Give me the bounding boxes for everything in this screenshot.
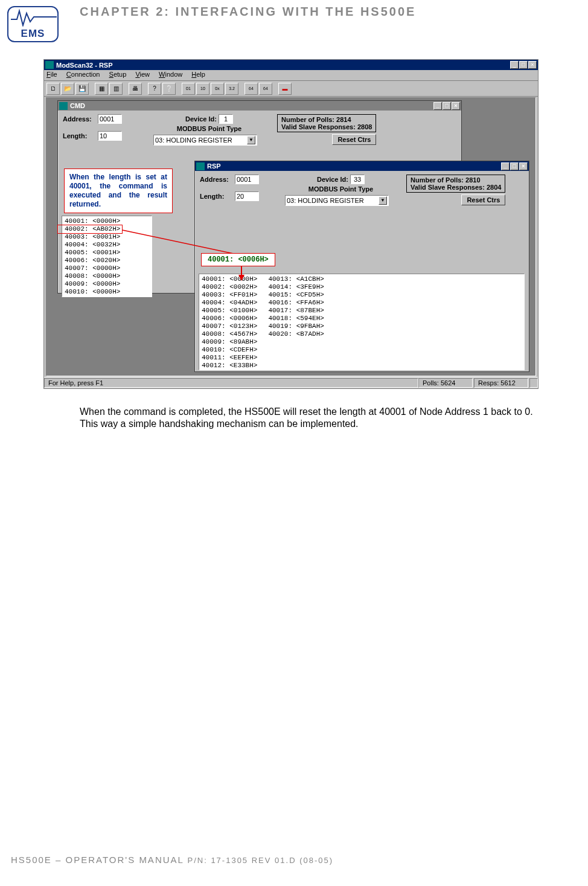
tb-toggle2[interactable]: ▥	[109, 83, 123, 95]
cmd-min[interactable]: _	[433, 102, 442, 110]
annotation-note: When the length is set at 40001, the com…	[64, 169, 173, 213]
rsp-icon	[196, 162, 205, 170]
menu-file[interactable]: File	[46, 71, 57, 78]
tb-swap2[interactable]: 64	[259, 83, 272, 95]
cmd-length-label: Length:	[63, 132, 98, 140]
footer-sub: P/N: 17-1305 REV 01.D (08-05)	[188, 856, 334, 865]
cmd-close[interactable]: ×	[452, 102, 460, 110]
highlight-register-40001	[57, 225, 123, 234]
cmd-length-input[interactable]: 10	[98, 131, 122, 141]
resize-grip[interactable]	[529, 378, 538, 388]
tb-save[interactable]: 💾	[75, 83, 89, 95]
maximize-button[interactable]: □	[519, 61, 528, 69]
dropdown-arrow-icon: ▼	[247, 136, 255, 144]
tb-open[interactable]: 📂	[61, 83, 74, 95]
rsp-titlebar[interactable]: RSP _ □ ×	[195, 161, 529, 171]
rsp-point-type-label: MODBUS Point Type	[285, 185, 397, 193]
status-help: For Help, press F1	[44, 378, 418, 388]
menu-view[interactable]: View	[135, 71, 150, 78]
status-polls: Polls: 5624	[418, 378, 473, 388]
cmd-polls: Number of Polls: 2814	[281, 116, 372, 123]
footer-main: HS500E – OPERATOR'S MANUAL	[11, 855, 188, 865]
minimize-button[interactable]: _	[510, 61, 519, 69]
modscan-window: ModScan32 - RSP _ □ × File Connection Se…	[43, 59, 538, 389]
cmd-valid: Valid Slave Responses: 2808	[281, 123, 372, 130]
cmd-address-input[interactable]: 0001	[98, 114, 122, 124]
tb-about[interactable]: ❔	[162, 83, 176, 95]
menu-help[interactable]: Help	[191, 71, 205, 78]
rsp-address-label: Address:	[200, 176, 235, 183]
cmd-address-label: Address:	[63, 115, 98, 123]
menu-connection[interactable]: Connection	[66, 71, 100, 78]
cmd-title: CMD	[70, 102, 433, 109]
rsp-length-input[interactable]: 20	[235, 191, 259, 201]
tb-help[interactable]: ?	[148, 83, 161, 95]
main-title: ModScan32 - RSP	[56, 62, 510, 69]
close-button[interactable]: ×	[528, 61, 537, 69]
cmd-icon	[59, 102, 68, 110]
rsp-address-input[interactable]: 0001	[235, 175, 259, 184]
tb-bin[interactable]: 01	[182, 83, 195, 95]
main-titlebar: ModScan32 - RSP _ □ ×	[44, 60, 538, 70]
rsp-device-input[interactable]: 33	[350, 175, 365, 184]
tb-new[interactable]: 🗋	[46, 83, 60, 95]
ems-logo: EMS	[7, 6, 59, 42]
rsp-register-list: 40001: <0000H> 40002: <0002H> 40003: <FF…	[199, 274, 525, 370]
logo-text: EMS	[8, 28, 57, 40]
menu-window[interactable]: Window	[159, 71, 182, 78]
tb-chart[interactable]: ▬	[278, 83, 292, 95]
rsp-device-label: Device Id:	[317, 176, 348, 183]
tb-print[interactable]: 🖶	[129, 83, 142, 95]
rsp-max[interactable]: □	[510, 162, 519, 170]
mdi-area: CMD _ □ × Address: 0001	[46, 97, 536, 376]
menu-bar: File Connection Setup View Window Help	[44, 70, 538, 81]
status-bar: For Help, press F1 Polls: 5624 Resps: 56…	[44, 377, 538, 388]
tb-float[interactable]: 3.2	[225, 83, 238, 95]
tb-toggle1[interactable]: ▦	[95, 83, 108, 95]
app-icon	[45, 61, 54, 69]
tb-dec[interactable]: 10	[196, 83, 209, 95]
tb-swap1[interactable]: 64	[244, 83, 258, 95]
tb-hex[interactable]: 0x	[211, 83, 224, 95]
rsp-reset-button[interactable]: Reset Ctrs	[461, 194, 505, 205]
svg-marker-2	[238, 275, 244, 281]
chapter-title: CHAPTER 2: INTERFACING WITH THE HS500E	[80, 5, 416, 19]
cmd-titlebar[interactable]: CMD _ □ ×	[58, 101, 461, 111]
rsp-point-type-select[interactable]: 03: HOLDING REGISTER ▼	[285, 195, 389, 206]
cmd-point-type-select[interactable]: 03: HOLDING REGISTER ▼	[153, 135, 257, 146]
cmd-point-type-label: MODBUS Point Type	[153, 125, 265, 132]
cmd-reset-button[interactable]: Reset Ctrs	[332, 134, 376, 145]
cmd-device-label: Device Id:	[185, 115, 217, 123]
svg-line-0	[123, 230, 242, 255]
status-resps: Resps: 5612	[474, 378, 528, 388]
cmd-device-input[interactable]: 1	[219, 114, 233, 124]
menu-setup[interactable]: Setup	[109, 71, 127, 78]
dropdown-arrow-icon: ▼	[379, 196, 387, 205]
page-header: EMS CHAPTER 2: INTERFACING WITH THE HS50…	[0, 6, 588, 42]
toolbar: 🗋 📂 💾 ▦ ▥ 🖶 ? ❔ 01 10 0x 3.2 64 64 ▬	[44, 81, 538, 97]
rsp-title: RSP	[207, 162, 501, 170]
cmd-max[interactable]: □	[443, 102, 451, 110]
callout-0006h: 40001: <0006H>	[201, 253, 275, 266]
rsp-close[interactable]: ×	[519, 162, 528, 170]
rsp-min[interactable]: _	[501, 162, 510, 170]
rsp-polls: Number of Polls: 2810	[411, 176, 501, 184]
body-paragraph: When the command is completed, the HS500…	[80, 406, 540, 430]
rsp-valid: Valid Slave Responses: 2804	[411, 184, 501, 191]
rsp-length-label: Length:	[200, 193, 235, 200]
cmd-stats-box: Number of Polls: 2814 Valid Slave Respon…	[277, 114, 376, 132]
page-footer: HS500E – OPERATOR'S MANUAL P/N: 17-1305 …	[11, 855, 333, 865]
rsp-stats-box: Number of Polls: 2810 Valid Slave Respon…	[406, 175, 505, 193]
